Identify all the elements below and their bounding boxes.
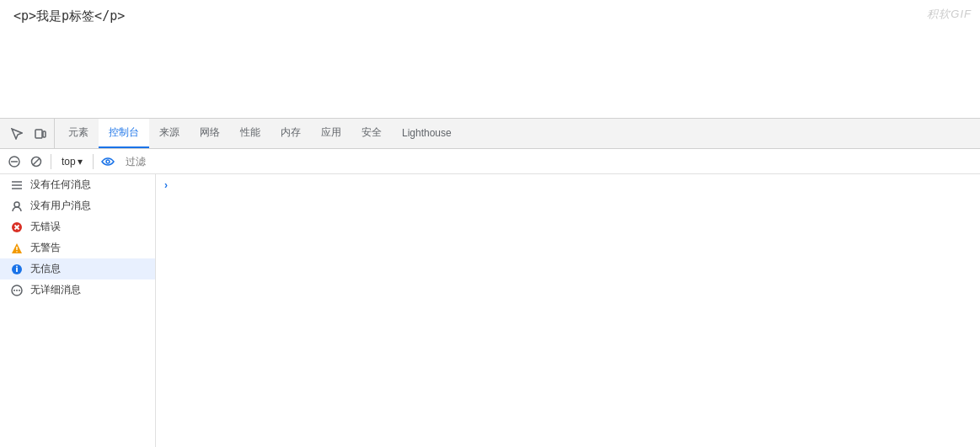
- device-toolbar-icon[interactable]: [30, 124, 51, 144]
- page-html-text: <p>我是p标签</p>: [13, 8, 125, 24]
- devtools-icon-group: [3, 119, 55, 148]
- sidebar-item-verbose[interactable]: 无详细消息: [0, 279, 155, 301]
- tab-application[interactable]: 应用: [311, 119, 351, 148]
- svg-rect-1: [43, 131, 46, 137]
- clear-console-button[interactable]: [5, 152, 24, 171]
- sidebar-label-verbose: 无详细消息: [30, 283, 81, 297]
- toolbar-separator-1: [51, 154, 51, 169]
- tab-network[interactable]: 网络: [190, 119, 230, 148]
- devtools-panel: 元素 控制台 来源 网络 性能 内存 应用 安全: [0, 118, 980, 447]
- tab-sources[interactable]: 来源: [149, 119, 190, 148]
- sidebar-label-user-messages: 没有用户消息: [30, 199, 91, 213]
- user-messages-icon: [10, 200, 24, 213]
- console-sidebar: 没有任何消息 没有用户消息: [0, 174, 156, 447]
- devtools-tab-bar: 元素 控制台 来源 网络 性能 内存 应用 安全: [0, 119, 980, 149]
- watermark-text: 积软GIF: [927, 7, 972, 22]
- tab-lighthouse[interactable]: Lighthouse: [392, 119, 462, 148]
- devtools-tabs: 元素 控制台 来源 网络 性能 内存 应用 安全: [58, 119, 462, 148]
- sidebar-item-info[interactable]: 无信息: [0, 258, 155, 279]
- svg-point-15: [16, 251, 18, 253]
- svg-point-18: [16, 265, 18, 267]
- console-output: ›: [156, 174, 980, 447]
- sidebar-item-errors[interactable]: 无错误: [0, 216, 155, 237]
- svg-point-10: [14, 202, 19, 207]
- filter-eye-button[interactable]: [99, 152, 117, 171]
- sidebar-label-all-messages: 没有任何消息: [30, 178, 91, 192]
- tab-performance[interactable]: 性能: [230, 119, 270, 148]
- sidebar-label-info: 无信息: [30, 262, 61, 276]
- filter-input[interactable]: [120, 156, 975, 168]
- toolbar-separator-2: [93, 154, 94, 169]
- browser-content: <p>我是p标签</p> 积软GIF: [0, 0, 980, 118]
- verbose-icon: [10, 284, 24, 297]
- console-main-panel: 没有任何消息 没有用户消息: [0, 174, 980, 447]
- sidebar-item-all-messages[interactable]: 没有任何消息: [0, 174, 155, 195]
- sidebar-label-errors: 无错误: [30, 220, 61, 234]
- warnings-icon: [10, 242, 24, 255]
- info-icon: [10, 263, 24, 276]
- sidebar-item-user-messages[interactable]: 没有用户消息: [0, 195, 155, 216]
- console-chevron-icon[interactable]: ›: [164, 179, 168, 191]
- inspect-element-icon[interactable]: [7, 124, 27, 144]
- svg-point-21: [16, 290, 18, 291]
- svg-rect-0: [35, 130, 42, 138]
- context-selector[interactable]: top ▾: [56, 154, 88, 169]
- tab-security[interactable]: 安全: [351, 119, 392, 148]
- block-icon[interactable]: [27, 152, 46, 171]
- all-messages-icon: [10, 178, 24, 192]
- sidebar-label-warnings: 无警告: [30, 241, 61, 255]
- sidebar-item-warnings[interactable]: 无警告: [0, 237, 155, 258]
- errors-icon: [10, 221, 24, 234]
- svg-point-20: [13, 290, 15, 291]
- console-toolbar: top ▾: [0, 149, 980, 174]
- svg-point-22: [19, 290, 20, 291]
- svg-line-5: [33, 158, 40, 165]
- tab-memory[interactable]: 内存: [270, 119, 311, 148]
- tab-elements[interactable]: 元素: [58, 119, 99, 148]
- tab-console[interactable]: 控制台: [99, 119, 149, 148]
- svg-point-6: [106, 160, 110, 163]
